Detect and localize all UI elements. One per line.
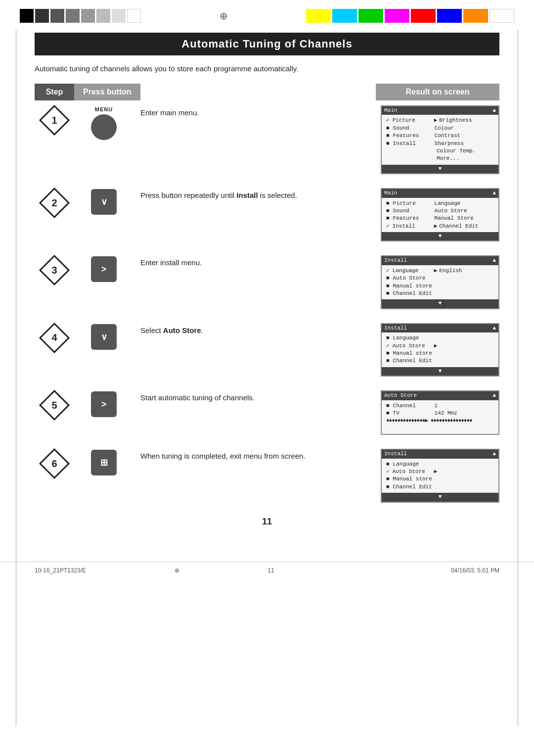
swatch-green	[358, 9, 383, 23]
down-arrow-bar: ▼	[382, 165, 498, 173]
screen-mockup: Install▲✓Language▶ English■Auto Store■Ma…	[381, 255, 499, 309]
step-number: 5	[51, 400, 57, 411]
screen-mockup: Install▲■Language✓Auto Store▶ ■Manual st…	[381, 323, 499, 377]
step-row: 2 ∨ Press button repeatedly until Instal…	[35, 188, 499, 241]
step-result: Install▲■Language✓Auto Store▶ ■Manual st…	[381, 323, 499, 377]
screen-row: ■Channel Edit	[385, 357, 495, 365]
swatch-light	[112, 9, 126, 23]
step-result: Install▲■Language✓Auto Store▶ ■Manual st…	[381, 449, 499, 502]
button-label: MENU	[95, 106, 113, 112]
footer-crosshair: ⊕	[175, 567, 179, 574]
down-arrow-bar: ▼	[382, 299, 498, 308]
page-title: Automatic Tuning of Channels	[35, 33, 499, 55]
header-result-on-screen: Result on screen	[376, 84, 499, 100]
screen-row: ■Manual store	[385, 283, 495, 290]
step-number-column: 4	[35, 323, 74, 351]
screen-title-bar: Install▲	[382, 256, 498, 265]
menu-button[interactable]	[91, 114, 117, 140]
page-number: 11	[35, 517, 499, 527]
button-column: ∨	[74, 323, 134, 350]
screen-row: ■PictureLanguage	[385, 200, 495, 207]
screen-row: ■TV142 MHz	[385, 410, 495, 417]
page-border-right	[517, 30, 518, 726]
down-arrow-bar: ▼	[382, 367, 498, 376]
swatch-blue	[437, 9, 462, 23]
screen-row: ■Language	[385, 334, 495, 342]
screen-title-bar: Install▲	[382, 450, 498, 458]
screen-title-bar: Auto Store▲	[382, 391, 498, 400]
screen-title-bar: Install▲	[382, 324, 498, 332]
swatch-gray1	[50, 9, 64, 23]
footer-right: 04/16/03, 5:01 PM	[451, 567, 499, 574]
screen-row: Colour Temp.	[385, 147, 495, 155]
step-row: 5 > Start automatic tuning of channels. …	[35, 390, 499, 435]
footer-left: 10-16_21PT1323/E	[35, 567, 86, 574]
step-number: 6	[51, 458, 57, 470]
step-row: 4 ∨ Select Auto Store. Install▲■Language…	[35, 323, 499, 377]
step-description: Start automatic tuning of channels.	[134, 390, 381, 406]
screen-row: ✓Auto Store▶	[385, 468, 495, 475]
screen-row: ✓Language▶ English	[385, 267, 495, 275]
button-column: ⊞	[74, 449, 134, 475]
step-number: 1	[51, 115, 57, 126]
bw-swatches	[20, 9, 141, 23]
page-subtitle: Automatic tuning of channels allows you …	[35, 64, 499, 73]
table-header: Step Press button Result on screen	[35, 84, 499, 100]
step-result: Install▲✓Language▶ English■Auto Store■Ma…	[381, 255, 499, 309]
swatch-gray3	[81, 9, 95, 23]
screen-row: ✓Picture▶ Brightness	[385, 117, 495, 124]
nav-button[interactable]: ∨	[91, 324, 117, 350]
swatch-red	[411, 9, 436, 23]
footer: 10-16_21PT1323/E ⊕ 11 04/16/03, 5:01 PM	[0, 562, 534, 579]
step-number: 2	[51, 197, 57, 209]
screen-row: ■Manual store	[385, 350, 495, 357]
step-number-column: 2	[35, 188, 74, 216]
screen-row: ■Channel1	[385, 402, 495, 410]
swatch-yellow	[306, 9, 331, 23]
screen-row: ■Channel Edit	[385, 483, 495, 491]
swatch-cyan	[332, 9, 357, 23]
step-number-column: 6	[35, 449, 74, 476]
screen-row: ■Language	[385, 461, 495, 468]
crosshair-top: ⊕	[141, 10, 306, 22]
main-content: Automatic Tuning of Channels Automatic t…	[0, 28, 534, 557]
screen-row: ■SoundAuto Store	[385, 207, 495, 215]
top-bar: ⊕	[0, 0, 534, 28]
nav-button[interactable]: >	[91, 391, 117, 417]
button-column: >	[74, 255, 134, 282]
swatch-magenta	[385, 9, 409, 23]
down-arrow-bar: ▼	[382, 232, 498, 240]
swatch-dark	[35, 9, 49, 23]
step-description: Press button repeatedly until Install is…	[134, 188, 381, 203]
step-number-column: 3	[35, 255, 74, 283]
nav-button[interactable]: ∨	[91, 189, 117, 215]
step-description: Enter main menu.	[134, 105, 381, 121]
screen-mockup: Auto Store▲■Channel1■TV142 MHz♦♦♦♦♦♦♦♦♦♦…	[381, 390, 499, 435]
screen-mockup: Main▲■PictureLanguage■SoundAuto Store■Fe…	[381, 188, 499, 241]
page-border-left	[16, 30, 17, 726]
nav-button[interactable]: ⊞	[91, 450, 117, 475]
screen-mockup: Install▲■Language✓Auto Store▶ ■Manual st…	[381, 449, 499, 502]
step-number-column: 5	[35, 390, 74, 418]
swatch-gray2	[66, 9, 80, 23]
step-row: 3 > Enter install menu. Install▲✓Languag…	[35, 255, 499, 309]
nav-button[interactable]: >	[91, 256, 117, 282]
screen-title-bar: Main▲	[382, 189, 498, 197]
step-description: Enter install menu.	[134, 255, 381, 271]
screen-row: ■FeaturesContrast	[385, 132, 495, 140]
down-arrow-bar: ▼	[382, 493, 498, 501]
button-column: ∨	[74, 188, 134, 215]
step-result: Main▲✓Picture▶ Brightness■SoundColour■Fe…	[381, 105, 499, 174]
swatch-orange	[463, 9, 488, 23]
step-number-column: 1	[35, 105, 74, 133]
screen-row: ■Auto Store	[385, 275, 495, 282]
step-description: When tuning is completed, exit menu from…	[134, 449, 381, 464]
screen-mockup: Main▲✓Picture▶ Brightness■SoundColour■Fe…	[381, 105, 499, 174]
swatch-white	[127, 9, 141, 23]
step-number: 3	[51, 265, 57, 276]
screen-row: ■InstallSharpness	[385, 140, 495, 147]
header-press-button: Press button	[74, 84, 140, 100]
step-result: Main▲■PictureLanguage■SoundAuto Store■Fe…	[381, 188, 499, 241]
footer-center: 11	[267, 567, 274, 574]
color-swatches	[306, 9, 514, 23]
